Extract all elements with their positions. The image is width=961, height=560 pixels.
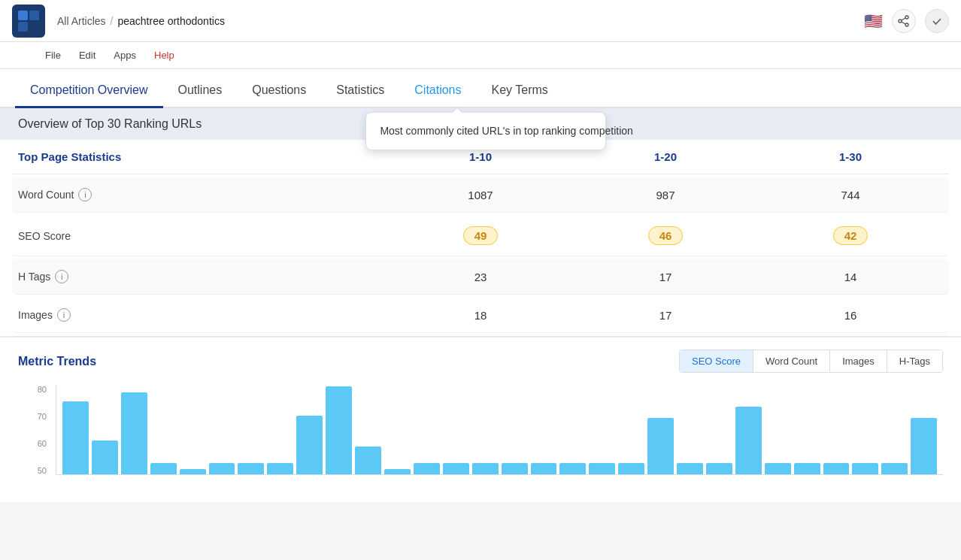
chart-y-label-50: 50 — [18, 466, 51, 475]
chart-bar — [677, 463, 703, 474]
word-count-val-1-30: 744 — [758, 189, 943, 201]
stats-col-1-30: 1-30 — [758, 150, 943, 163]
chart-bars-container — [56, 385, 943, 475]
chart-bar — [559, 463, 586, 474]
images-val-1-10: 18 — [388, 309, 573, 322]
menu-help[interactable]: Help — [154, 50, 174, 61]
menu-edit[interactable]: Edit — [79, 50, 95, 61]
chart-bar — [180, 469, 206, 475]
chart-bar — [150, 463, 177, 474]
svg-rect-0 — [18, 11, 28, 20]
seo-score-val-1-30: 42 — [758, 226, 943, 245]
flag-icon[interactable]: 🇺🇸 — [864, 12, 883, 30]
svg-point-4 — [905, 23, 908, 26]
chart-bar — [121, 392, 147, 475]
metric-btn-word-count[interactable]: Word Count — [753, 350, 830, 372]
chart-bar — [735, 407, 762, 474]
tab-statistics[interactable]: Statistics — [321, 74, 399, 108]
chart-bar — [881, 463, 908, 474]
chart-bar — [62, 401, 89, 475]
tab-citations[interactable]: Citations Most commonly cited URL's in t… — [399, 74, 476, 108]
chart-bar — [472, 463, 499, 474]
chart-bar — [209, 463, 235, 474]
chart-bar — [618, 463, 644, 474]
word-count-label: Word Count i — [18, 188, 388, 201]
metric-trends-header: Metric Trends SEO Score Word Count Image… — [18, 350, 943, 373]
chart-y-labels: 80 70 60 50 — [18, 385, 51, 475]
svg-rect-1 — [29, 11, 39, 20]
breadcrumb-all-articles[interactable]: All Articles — [57, 15, 106, 27]
chart-y-label-60: 60 — [18, 439, 51, 448]
table-row: Images i 18 17 16 — [12, 298, 949, 333]
metric-btn-seo-score[interactable]: SEO Score — [680, 350, 753, 372]
images-info-icon[interactable]: i — [57, 308, 71, 322]
h-tags-label: H Tags i — [18, 270, 388, 283]
metric-btn-h-tags[interactable]: H-Tags — [887, 350, 942, 372]
nav-tabs: Competition Overview Outlines Questions … — [0, 69, 961, 108]
chart-bar — [384, 469, 411, 475]
metric-trends-title: Metric Trends — [18, 355, 96, 368]
metric-btn-group: SEO Score Word Count Images H-Tags — [679, 350, 943, 373]
chart-y-label-80: 80 — [18, 385, 51, 394]
chart-bar — [326, 386, 352, 474]
chart-bar — [443, 463, 469, 474]
chart-bar — [267, 463, 293, 474]
chart-bar — [296, 416, 323, 474]
chart-bar — [852, 463, 878, 474]
app-logo — [12, 5, 45, 38]
citations-tooltip: Most commonly cited URL's in top ranking… — [365, 112, 606, 150]
chart-bar — [589, 463, 615, 474]
chart-bar — [647, 418, 674, 474]
check-button[interactable] — [925, 9, 949, 33]
chart-bar — [355, 446, 381, 475]
images-val-1-20: 17 — [573, 309, 758, 322]
word-count-val-1-20: 987 — [573, 189, 758, 201]
metric-trends-section: Metric Trends SEO Score Word Count Image… — [0, 336, 961, 502]
chart-area: 80 70 60 50 — [18, 385, 943, 490]
chart-bar — [414, 463, 440, 474]
chart-bar — [823, 463, 850, 474]
svg-rect-2 — [18, 22, 28, 32]
share-button[interactable] — [892, 9, 916, 33]
chart-bar — [794, 463, 820, 474]
seo-badge-1-20: 46 — [648, 226, 684, 245]
svg-point-3 — [905, 16, 908, 19]
seo-badge-1-10: 49 — [463, 226, 499, 245]
stats-col-1-20: 1-20 — [573, 150, 758, 163]
word-count-info-icon[interactable]: i — [78, 188, 92, 201]
seo-score-val-1-10: 49 — [388, 226, 573, 245]
chart-bar — [911, 418, 937, 474]
menu-bar: File Edit Apps Help — [0, 42, 961, 69]
h-tags-val-1-30: 14 — [758, 271, 943, 283]
stats-title: Top Page Statistics — [18, 150, 388, 163]
chart-bar — [531, 463, 557, 474]
top-bar: All Articles / peachtree orthodontics 🇺🇸 — [0, 0, 961, 42]
chart-bar — [502, 463, 528, 474]
svg-point-5 — [899, 20, 902, 23]
tab-key-terms[interactable]: Key Terms — [477, 74, 563, 108]
chart-bar — [92, 440, 118, 474]
h-tags-val-1-20: 17 — [573, 271, 758, 283]
breadcrumb-current: peachtree orthodontics — [117, 15, 224, 27]
menu-apps[interactable]: Apps — [114, 50, 136, 61]
images-val-1-30: 16 — [758, 309, 943, 322]
tab-outlines[interactable]: Outlines — [163, 74, 238, 108]
chart-y-label-70: 70 — [18, 412, 51, 421]
word-count-val-1-10: 1087 — [388, 189, 573, 201]
tab-competition-overview[interactable]: Competition Overview — [15, 74, 163, 108]
seo-badge-1-30: 42 — [833, 226, 869, 245]
h-tags-info-icon[interactable]: i — [55, 270, 68, 283]
stats-col-1-10: 1-10 — [388, 150, 573, 163]
chart-bar — [238, 463, 264, 474]
svg-line-6 — [902, 18, 905, 20]
menu-file[interactable]: File — [45, 50, 61, 61]
stats-table: Top Page Statistics 1-10 1-20 1-30 Word … — [0, 140, 961, 333]
chart-bar — [765, 463, 791, 474]
metric-btn-images[interactable]: Images — [830, 350, 887, 372]
seo-score-val-1-20: 46 — [573, 226, 758, 245]
table-row: Word Count i 1087 987 744 — [12, 177, 949, 213]
table-row: H Tags i 23 17 14 — [12, 259, 949, 295]
table-row: SEO Score 49 46 42 — [12, 216, 949, 256]
top-bar-icons: 🇺🇸 — [864, 9, 949, 33]
tab-questions[interactable]: Questions — [237, 74, 321, 108]
